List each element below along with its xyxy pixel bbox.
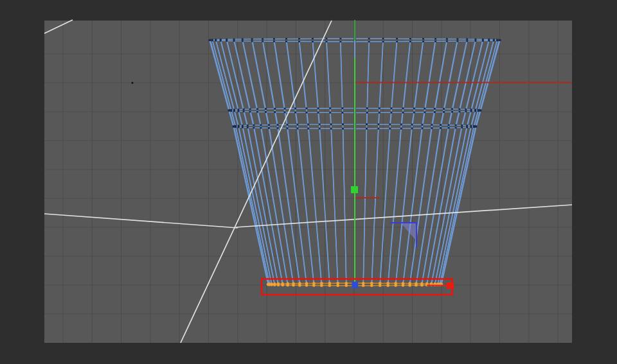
stray-dot	[132, 82, 134, 84]
selected-vertex[interactable]	[320, 284, 323, 287]
viewport-background	[0, 0, 617, 364]
selected-vertex[interactable]	[298, 284, 301, 287]
selected-vertex[interactable]	[286, 284, 289, 287]
selected-vertex[interactable]	[420, 282, 424, 286]
selected-vertex[interactable]	[271, 283, 274, 286]
selection-scale-handle[interactable]	[447, 282, 454, 289]
viewport-canvas[interactable]	[0, 0, 617, 364]
selected-vertex[interactable]	[394, 282, 397, 285]
selected-vertex[interactable]	[336, 284, 339, 287]
selected-vertex[interactable]	[379, 282, 382, 285]
selected-vertex[interactable]	[370, 282, 373, 285]
selected-vertex[interactable]	[312, 284, 316, 287]
gizmo-green-handle[interactable]	[351, 186, 358, 193]
selected-vertex[interactable]	[344, 284, 348, 287]
selected-vertex[interactable]	[328, 284, 332, 287]
selected-vertex[interactable]	[408, 282, 411, 285]
selection-pivot-point[interactable]	[352, 282, 359, 288]
selected-vertex[interactable]	[277, 284, 280, 287]
selected-vertex[interactable]	[281, 284, 284, 287]
selected-vertex[interactable]	[305, 284, 308, 287]
selected-vertex[interactable]	[402, 282, 405, 285]
selected-vertex[interactable]	[362, 282, 365, 285]
selected-vertex[interactable]	[292, 284, 295, 287]
selected-vertex[interactable]	[415, 282, 418, 285]
selected-vertex[interactable]	[273, 283, 276, 286]
modeling-app-window	[0, 0, 617, 364]
selected-vertex[interactable]	[386, 282, 389, 285]
